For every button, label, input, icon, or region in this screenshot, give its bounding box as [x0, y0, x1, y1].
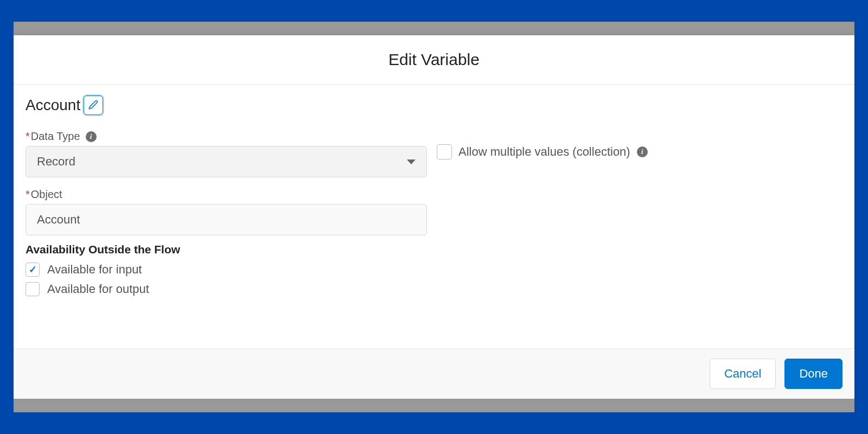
edit-name-button[interactable]: [84, 95, 103, 115]
data-type-select[interactable]: Record: [25, 146, 427, 177]
available-output-row: Available for output: [25, 282, 843, 296]
modal-backdrop: Edit Variable Account *Data T: [14, 22, 854, 412]
allow-multiple-checkbox[interactable]: [437, 144, 452, 159]
object-label: *Object: [25, 188, 427, 201]
data-type-value: Record: [37, 155, 75, 169]
availability-heading: Availability Outside the Flow: [25, 243, 843, 256]
edit-variable-modal: Edit Variable Account *Data T: [14, 35, 854, 399]
object-input[interactable]: Account: [25, 204, 427, 235]
pencil-icon: [88, 100, 98, 111]
data-type-row: *Data Type i Record Allow multiple value…: [25, 130, 843, 177]
available-output-checkbox[interactable]: [25, 282, 40, 296]
allow-multiple-group: Allow multiple values (collection) i: [437, 136, 648, 168]
required-marker: *: [25, 130, 30, 142]
allow-multiple-label: Allow multiple values (collection): [458, 145, 630, 159]
object-value: Account: [37, 213, 80, 227]
check-icon: ✓: [29, 264, 37, 276]
required-marker: *: [25, 188, 30, 200]
info-icon[interactable]: i: [637, 146, 648, 157]
done-button[interactable]: Done: [784, 359, 843, 389]
modal-body: Account *Data Type i: [14, 85, 854, 348]
cancel-button[interactable]: Cancel: [710, 359, 776, 389]
modal-title: Edit Variable: [14, 50, 854, 69]
object-field-group: *Object Account: [25, 188, 427, 235]
available-output-label: Available for output: [47, 282, 149, 296]
modal-footer: Cancel Done: [14, 348, 854, 399]
variable-name: Account: [25, 97, 80, 114]
info-icon[interactable]: i: [86, 131, 97, 142]
available-input-label: Available for input: [47, 263, 142, 277]
modal-header: Edit Variable: [14, 35, 854, 85]
available-input-row: ✓ Available for input: [25, 263, 843, 277]
variable-name-row: Account: [25, 95, 843, 115]
data-type-field-group: *Data Type i Record: [25, 130, 427, 177]
data-type-label: *Data Type i: [25, 130, 427, 143]
chevron-down-icon: [407, 159, 416, 164]
available-input-checkbox[interactable]: ✓: [25, 263, 40, 277]
